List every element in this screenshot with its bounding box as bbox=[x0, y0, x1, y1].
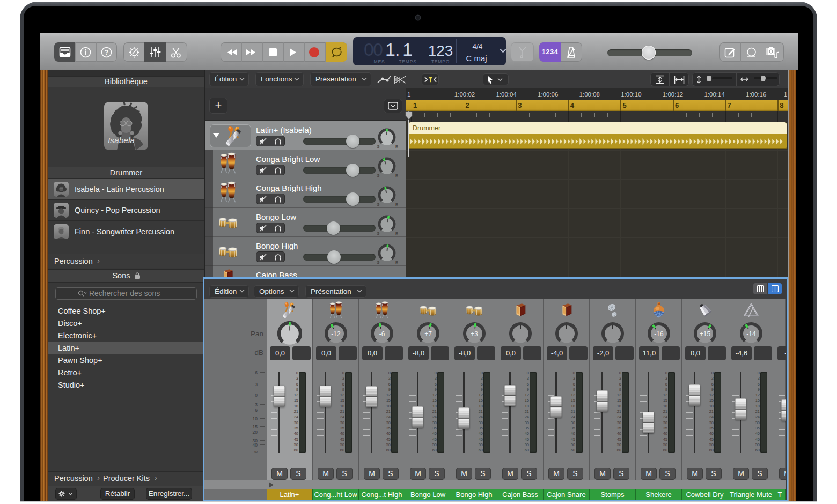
svg-text:-16: -16 bbox=[654, 330, 664, 338]
svg-text:-6: -6 bbox=[379, 330, 385, 338]
svg-text:Isabela: Isabela bbox=[108, 136, 135, 145]
svg-text:-12: -12 bbox=[331, 330, 341, 338]
svg-text:+3: +3 bbox=[471, 330, 478, 338]
svg-text:?: ? bbox=[105, 49, 108, 56]
svg-text:-14: -14 bbox=[746, 330, 756, 338]
svg-text:+7: +7 bbox=[424, 330, 432, 338]
svg-text:+15: +15 bbox=[700, 330, 711, 338]
